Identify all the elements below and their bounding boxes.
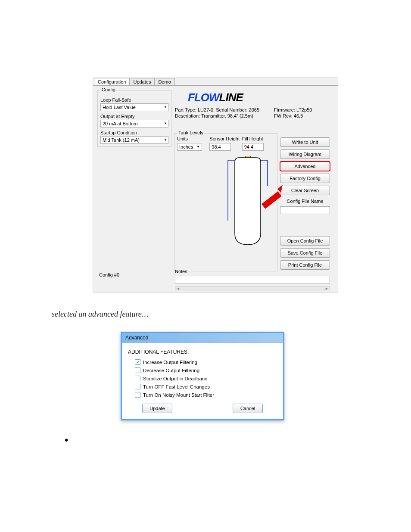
output-at-empty-select[interactable]: 20 mA at Bottom ▼: [100, 120, 168, 128]
fw-rev-label: FW Rev: 46.3: [274, 113, 303, 118]
config-left-column: Config Loop Fail-Safe Hold Last Value ▼ …: [97, 90, 171, 290]
checkbox[interactable]: [135, 376, 140, 381]
configuration-panel: Config Loop Fail-Safe Hold Last Value ▼ …: [93, 85, 338, 292]
clear-screen-button[interactable]: Clear Screen: [280, 186, 330, 195]
description-label: Description: Transmitter, 98.4" (2.5m): [175, 113, 274, 118]
scroll-left-icon[interactable]: ◄: [176, 286, 180, 291]
tab-bar: Configuration Updates Demo: [94, 78, 338, 85]
sensor-height-header: Sensor Height: [209, 136, 242, 141]
print-config-file-button[interactable]: Print Config File: [280, 260, 330, 270]
notes-scrollbar[interactable]: ◄ ►: [175, 286, 330, 291]
fill-height-header: Fill Height: [242, 136, 274, 141]
advanced-feature-label: Decrease Output Filtering: [143, 368, 199, 373]
startup-condition-select[interactable]: Mid Tank (12 mA) ▼: [100, 136, 168, 144]
wiring-diagram-button[interactable]: Wiring Diagram: [280, 149, 330, 159]
open-config-file-button[interactable]: Open Config File: [280, 236, 330, 246]
action-buttons-column: Write to Unit Wiring Diagram Advanced Fa…: [280, 137, 330, 270]
logo-flow: FLOW: [188, 91, 219, 104]
sensor-height-input[interactable]: 98.4: [209, 143, 231, 151]
advanced-feature-item: Increase Output Filtering: [135, 359, 277, 365]
output-at-empty-label: Output at Empty: [100, 114, 168, 119]
tab-updates[interactable]: Updates: [129, 78, 155, 85]
tank-levels-legend: Tank Levels: [177, 130, 205, 135]
advanced-feature-item: Stabilize Output in Deadband: [135, 376, 277, 381]
update-button[interactable]: Update: [142, 404, 172, 413]
loop-fail-safe-value: Hold Last Value: [103, 104, 136, 111]
startup-condition-label: Startup Condition: [100, 130, 168, 135]
advanced-feature-label: Stabilize Output in Deadband: [143, 376, 208, 381]
chevron-down-icon: ▼: [164, 137, 167, 143]
factory-config-button[interactable]: Factory Config: [280, 174, 330, 183]
advanced-feature-item: Decrease Output Filtering: [135, 367, 277, 373]
firmware-label: Firmware: LT2p50: [274, 107, 312, 112]
notes-input[interactable]: [175, 276, 330, 283]
tank-levels-row: Inches ▼ 98.4 94.4: [177, 143, 274, 151]
fill-height-input[interactable]: 94.4: [242, 143, 264, 151]
advanced-dialog: Advanced ADDITIONAL FEATURES. Increase O…: [121, 332, 284, 420]
checkbox[interactable]: [135, 384, 140, 389]
advanced-button[interactable]: Advanced: [280, 162, 330, 171]
config-group-legend: Config: [100, 87, 117, 92]
logo-line: LINE: [219, 91, 243, 104]
advanced-dialog-buttons: Update Cancel: [128, 404, 277, 413]
advanced-dialog-title: Advanced: [122, 333, 283, 343]
document-caption: selected an advanced feature…: [52, 310, 359, 319]
units-header: Units: [177, 136, 209, 141]
chevron-down-icon: ▼: [164, 120, 167, 127]
scroll-right-icon[interactable]: ►: [325, 286, 329, 291]
config-file-name-input[interactable]: [280, 206, 330, 214]
units-value: Inches: [179, 143, 193, 150]
part-type-label: Part Type: LU27-0, Serial Number: 2065: [175, 107, 274, 112]
tank-levels-header: Units Sensor Height Fill Height: [177, 136, 274, 141]
advanced-feature-item: Turn On Noisy Mount Start Filter: [135, 392, 277, 398]
checkbox[interactable]: [135, 359, 140, 365]
chevron-down-icon: ▼: [164, 104, 167, 111]
bullet-marker: •: [65, 435, 359, 445]
checkbox[interactable]: [135, 367, 140, 373]
startup-condition-value: Mid Tank (12 mA): [103, 137, 140, 143]
config-hash-label: Config #0: [99, 272, 119, 277]
config-groupbox: Config Loop Fail-Safe Hold Last Value ▼ …: [97, 90, 171, 147]
advanced-dialog-body: ADDITIONAL FEATURES. Increase Output Fil…: [122, 343, 283, 419]
chevron-down-icon: ▼: [196, 143, 200, 150]
tank-levels-group: Tank Levels Units Sensor Height Fill Hei…: [174, 133, 277, 271]
advanced-heading: ADDITIONAL FEATURES.: [128, 349, 277, 355]
advanced-feature-label: Turn OFF Fast Level Changes: [143, 384, 210, 389]
meta-row-1: Part Type: LU27-0, Serial Number: 2065 F…: [175, 107, 333, 112]
tank-diagram: [222, 156, 274, 251]
notes-label: Notes: [175, 269, 187, 274]
cancel-button[interactable]: Cancel: [233, 404, 263, 413]
units-select[interactable]: Inches ▼: [177, 143, 202, 151]
advanced-feature-label: Increase Output Filtering: [143, 360, 197, 365]
loop-fail-safe-label: Loop Fail-Safe: [100, 97, 168, 103]
config-file-name-label: Config File Name: [280, 199, 330, 204]
loop-fail-safe-select[interactable]: Hold Last Value ▼: [100, 103, 168, 111]
config-right-column: FLOWLINE Part Type: LU27-0, Serial Numbe…: [171, 90, 333, 290]
save-config-file-button[interactable]: Save Config File: [280, 248, 330, 258]
config-window: Configuration Updates Demo Config Loop F…: [93, 78, 338, 292]
advanced-feature-label: Turn On Noisy Mount Start Filter: [143, 392, 214, 398]
meta-row-2: Description: Transmitter, 98.4" (2.5m) F…: [175, 113, 333, 118]
tab-configuration[interactable]: Configuration: [94, 78, 130, 85]
write-to-unit-button[interactable]: Write to Unit: [280, 137, 330, 147]
output-at-empty-value: 20 mA at Bottom: [103, 120, 137, 127]
flowline-logo: FLOWLINE: [188, 91, 304, 104]
tab-demo[interactable]: Demo: [154, 78, 174, 85]
checkbox[interactable]: [135, 392, 140, 398]
advanced-feature-item: Turn OFF Fast Level Changes: [135, 384, 277, 389]
